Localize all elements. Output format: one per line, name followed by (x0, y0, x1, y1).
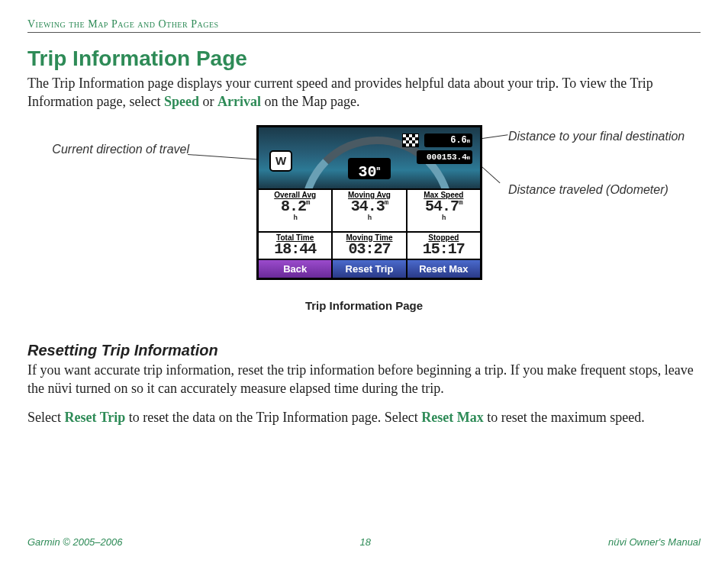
page-footer: Garmin © 2005–2006 18 nüvi Owner's Manua… (27, 536, 701, 548)
device-screenshot: W 30m 6.6m 000153.4m Overall Avg 8.2mh M… (256, 125, 482, 280)
gauge-area: W 30m 6.6m 000153.4m (259, 127, 480, 188)
button-row: Back Reset Trip Reset Max (259, 259, 480, 278)
back-button[interactable]: Back (259, 260, 333, 278)
callout-distance: Distance to your final destination (508, 129, 699, 144)
cell-moving-time: Moving Time 03:27 (333, 233, 407, 259)
cell-max-speed: Max Speed 54.7mh (407, 190, 480, 231)
cell-value: 8.2mh (259, 199, 331, 230)
intro-text-2: on the Map page. (261, 94, 359, 109)
page-header: Viewing the Map Page and Other Pages (27, 18, 701, 33)
stats-row-1: Overall Avg 8.2mh Moving Avg 34.3mh Max … (259, 188, 480, 231)
intro-paragraph: The Trip Information page displays your … (27, 74, 701, 111)
cell-stopped: Stopped 15:17 (407, 233, 480, 259)
figure-caption: Trip Information Page (27, 299, 701, 312)
direction-indicator: W (269, 150, 292, 172)
speed-value: 30m (348, 158, 391, 179)
arrival-link: Arrival (217, 94, 261, 109)
distance-remaining: 6.6m (424, 134, 472, 147)
callout-direction: Current direction of travel (37, 142, 189, 157)
cell-moving-avg: Moving Avg 34.3mh (333, 190, 407, 231)
cell-total-time: Total Time 18:44 (259, 233, 333, 259)
footer-copyright: Garmin © 2005–2006 (27, 536, 123, 548)
footer-page-number: 18 (360, 536, 371, 548)
p2-text-c: to reset the maximum speed. (484, 410, 645, 425)
reset-trip-button[interactable]: Reset Trip (333, 260, 407, 278)
checkered-flag-icon (402, 134, 419, 147)
reset-max-button[interactable]: Reset Max (407, 260, 480, 278)
cell-overall-avg: Overall Avg 8.2mh (259, 190, 333, 231)
cell-value: 18:44 (259, 242, 331, 257)
intro-or: or (199, 94, 217, 109)
cell-value: 15:17 (407, 242, 480, 257)
stats-row-2: Total Time 18:44 Moving Time 03:27 Stopp… (259, 231, 480, 259)
cell-value: 54.7mh (407, 199, 480, 230)
p2-text-a: Select (27, 410, 64, 425)
section2-p1: If you want accurate trip information, r… (27, 361, 701, 398)
reset-max-ref: Reset Max (421, 410, 483, 425)
page-title: Trip Information Page (27, 47, 701, 71)
footer-manual-name: nüvi Owner's Manual (608, 536, 701, 548)
callout-odometer: Distance traveled (Odometer) (508, 182, 699, 198)
odometer-value: 000153.4m (417, 150, 472, 164)
p2-text-b: to reset the data on the Trip Informatio… (125, 410, 421, 425)
figure: Current direction of travel Distance to … (27, 125, 701, 323)
speed-link: Speed (164, 94, 199, 109)
section2-p2: Select Reset Trip to reset the data on t… (27, 408, 701, 426)
cell-value: 03:27 (333, 242, 405, 257)
reset-trip-ref: Reset Trip (64, 410, 125, 425)
section-heading: Resetting Trip Information (27, 342, 701, 359)
cell-value: 34.3mh (333, 199, 405, 230)
